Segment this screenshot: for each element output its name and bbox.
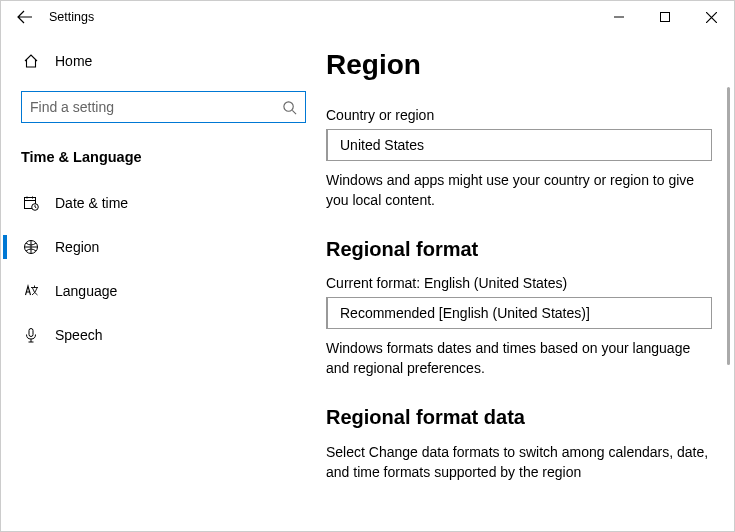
microphone-icon [21,327,41,343]
close-button[interactable] [688,1,734,33]
sidebar-item-label: Language [41,283,117,299]
close-icon [706,12,717,23]
sidebar: Home Time & Language Date & time Region [1,33,326,531]
country-label: Country or region [326,107,712,123]
minimize-icon [614,12,624,22]
country-select[interactable]: United States [326,129,712,161]
regional-format-data-heading: Regional format data [326,406,712,429]
maximize-button[interactable] [642,1,688,33]
sidebar-item-region[interactable]: Region [1,225,326,269]
regional-format-heading: Regional format [326,238,712,261]
search-input-container[interactable] [21,91,306,123]
svg-rect-5 [29,329,33,337]
language-icon [21,283,41,299]
globe-icon [21,239,41,255]
regional-format-current-label: Current format: English (United States) [326,275,712,291]
search-input[interactable] [30,93,282,121]
back-button[interactable] [9,1,41,33]
sidebar-item-language[interactable]: Language [1,269,326,313]
sidebar-item-date-time[interactable]: Date & time [1,181,326,225]
home-icon [21,53,41,69]
sidebar-item-label: Speech [41,327,102,343]
regional-format-data-hint: Select Change data formats to switch amo… [326,443,712,482]
regional-format-select[interactable]: Recommended [English (United States)] [326,297,712,329]
content: Region Country or region United States W… [326,33,734,531]
scrollbar[interactable] [727,87,730,365]
calendar-clock-icon [21,195,41,211]
svg-point-1 [284,101,293,110]
nav: Date & time Region Language Speech [1,181,326,357]
sidebar-item-label: Region [41,239,99,255]
regional-format-select-value: Recommended [English (United States)] [340,305,590,321]
regional-format-hint: Windows formats dates and times based on… [326,339,712,378]
home-link[interactable]: Home [1,45,326,77]
minimize-button[interactable] [596,1,642,33]
sidebar-item-speech[interactable]: Speech [1,313,326,357]
maximize-icon [660,12,670,22]
category-title: Time & Language [1,123,326,181]
home-label: Home [41,53,92,69]
country-select-value: United States [340,137,424,153]
arrow-left-icon [17,9,33,25]
country-hint: Windows and apps might use your country … [326,171,712,210]
window-title: Settings [41,10,94,24]
search-icon [282,100,297,115]
page-title: Region [326,49,712,81]
svg-rect-0 [661,13,670,22]
window-controls [596,1,734,33]
sidebar-item-label: Date & time [41,195,128,211]
